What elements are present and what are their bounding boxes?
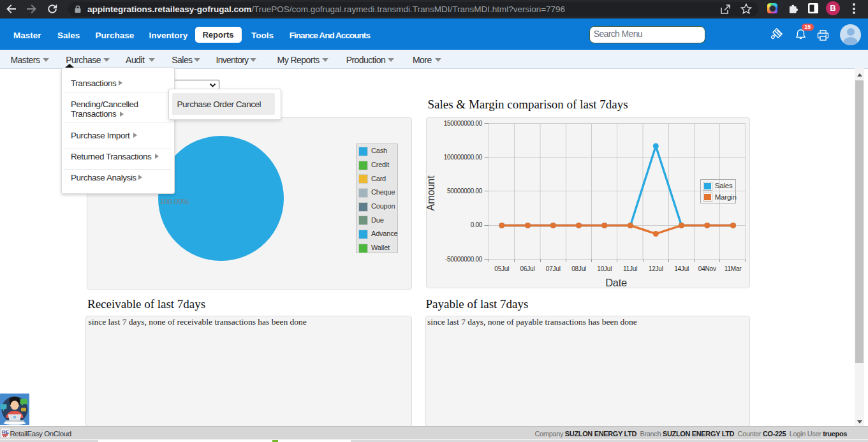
svg-text:RE: RE xyxy=(2,429,10,435)
